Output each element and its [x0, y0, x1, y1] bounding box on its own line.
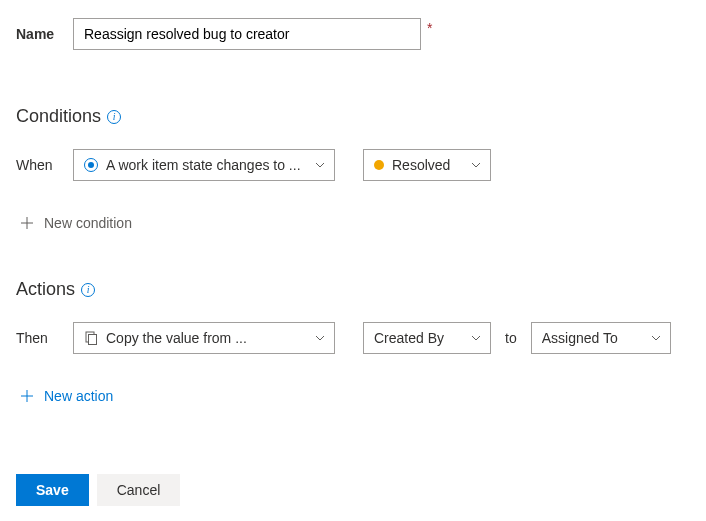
info-icon[interactable]: i [81, 283, 95, 297]
name-input[interactable] [73, 18, 421, 50]
chevron-down-icon [314, 159, 326, 171]
from-field-select[interactable]: Created By [363, 322, 491, 354]
footer: Save Cancel [16, 474, 690, 506]
cancel-button[interactable]: Cancel [97, 474, 181, 506]
name-label: Name [16, 26, 72, 42]
to-field-select[interactable]: Assigned To [531, 322, 671, 354]
actions-title: Actions [16, 279, 75, 300]
when-row: When A work item state changes to ... Re… [16, 149, 690, 181]
trigger-text: A work item state changes to ... [106, 157, 306, 173]
copy-icon [84, 331, 98, 345]
new-action-label: New action [44, 388, 113, 404]
operation-text: Copy the value from ... [106, 330, 306, 346]
name-row: Name * [16, 18, 690, 50]
plus-icon [20, 216, 34, 230]
trigger-select[interactable]: A work item state changes to ... [73, 149, 335, 181]
info-icon[interactable]: i [107, 110, 121, 124]
state-text: Resolved [392, 157, 462, 173]
svg-rect-1 [89, 335, 97, 345]
chevron-down-icon [314, 332, 326, 344]
then-row: Then Copy the value from ... Created By … [16, 322, 690, 354]
action-operation-select[interactable]: Copy the value from ... [73, 322, 335, 354]
radio-icon [84, 158, 98, 172]
status-dot-icon [374, 160, 384, 170]
actions-heading: Actions i [16, 279, 690, 300]
new-condition-button[interactable]: New condition [16, 215, 690, 231]
then-label: Then [16, 330, 72, 346]
new-condition-label: New condition [44, 215, 132, 231]
required-indicator: * [427, 20, 432, 36]
new-action-button[interactable]: New action [16, 388, 690, 404]
chevron-down-icon [650, 332, 662, 344]
chevron-down-icon [470, 159, 482, 171]
from-field-text: Created By [374, 330, 462, 346]
to-connector: to [505, 330, 517, 346]
conditions-heading: Conditions i [16, 106, 690, 127]
when-label: When [16, 157, 72, 173]
state-select[interactable]: Resolved [363, 149, 491, 181]
chevron-down-icon [470, 332, 482, 344]
plus-icon [20, 389, 34, 403]
conditions-title: Conditions [16, 106, 101, 127]
to-field-text: Assigned To [542, 330, 642, 346]
save-button[interactable]: Save [16, 474, 89, 506]
